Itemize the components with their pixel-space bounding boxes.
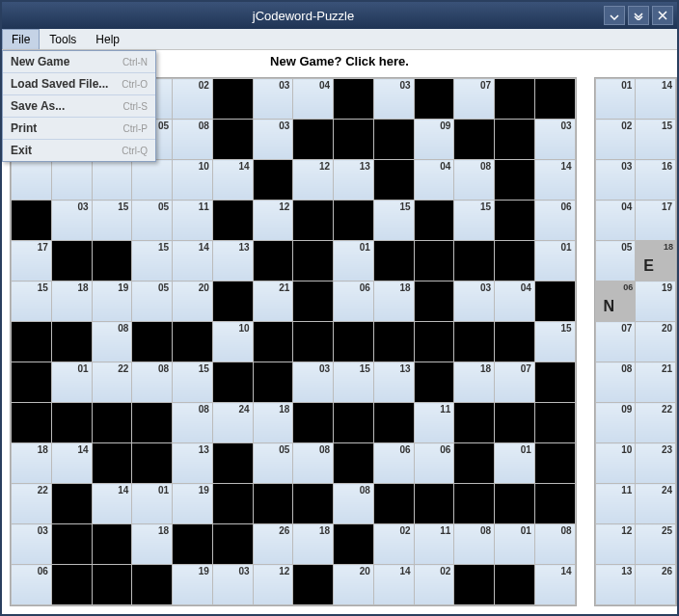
grid-cell[interactable]: 15 <box>373 201 414 241</box>
grid-cell[interactable]: 26 <box>253 524 293 565</box>
key-cell[interactable]: 25 <box>636 524 676 565</box>
grid-cell[interactable]: 12 <box>253 565 293 605</box>
grid-cell[interactable]: 12 <box>293 160 334 201</box>
key-cell[interactable]: 07 <box>595 322 636 362</box>
grid-cell[interactable]: 15 <box>334 362 374 403</box>
menu-file[interactable]: File <box>2 29 40 49</box>
grid-cell[interactable]: 03 <box>212 565 253 605</box>
grid-cell[interactable]: 18 <box>12 443 52 484</box>
grid-cell[interactable]: 04 <box>414 160 454 201</box>
grid-cell[interactable]: 11 <box>414 524 454 565</box>
key-cell[interactable]: 04 <box>595 201 636 241</box>
grid-cell[interactable]: 07 <box>495 362 535 403</box>
grid-cell[interactable] <box>132 160 173 201</box>
grid-cell[interactable]: 21 <box>253 281 293 322</box>
grid-cell[interactable]: 08 <box>534 524 575 565</box>
grid-cell[interactable]: 05 <box>132 201 173 241</box>
key-cell[interactable]: 22 <box>636 403 676 443</box>
grid-cell[interactable]: 02 <box>173 79 213 120</box>
grid-cell[interactable]: 08 <box>92 322 132 362</box>
key-cell[interactable]: 02 <box>595 120 636 160</box>
key-cell[interactable]: 12 <box>595 524 636 565</box>
file-menu-item[interactable]: New GameCtrl-N <box>3 51 155 73</box>
grid-cell[interactable]: 22 <box>12 484 52 524</box>
grid-cell[interactable]: 20 <box>334 565 374 605</box>
grid-cell[interactable]: 05 <box>132 281 173 322</box>
key-cell[interactable]: 05 <box>595 241 636 281</box>
grid-cell[interactable]: 11 <box>414 403 454 443</box>
key-cell[interactable]: 16 <box>636 160 676 201</box>
grid-cell[interactable]: 15 <box>12 281 52 322</box>
key-cell[interactable]: 08 <box>595 362 636 403</box>
grid-cell[interactable]: 08 <box>173 403 213 443</box>
grid-cell[interactable]: 20 <box>173 281 213 322</box>
key-cell[interactable]: 01 <box>595 79 636 120</box>
grid-cell[interactable]: 07 <box>454 79 495 120</box>
grid-cell[interactable]: 01 <box>495 443 535 484</box>
grid-cell[interactable]: 18 <box>293 524 334 565</box>
grid-cell[interactable]: 10 <box>173 160 213 201</box>
file-menu-item[interactable]: PrintCtrl-P <box>3 118 155 140</box>
key-cell[interactable]: 06N <box>595 281 636 322</box>
grid-cell[interactable]: 03 <box>373 79 414 120</box>
key-cell[interactable]: 24 <box>636 484 676 524</box>
grid-cell[interactable]: 19 <box>173 565 213 605</box>
grid-cell[interactable]: 15 <box>132 241 173 281</box>
grid-cell[interactable]: 03 <box>534 120 575 160</box>
grid-cell[interactable]: 13 <box>334 160 374 201</box>
grid-cell[interactable]: 06 <box>414 443 454 484</box>
grid-cell[interactable]: 04 <box>495 281 535 322</box>
grid-cell[interactable]: 04 <box>293 79 334 120</box>
grid-cell[interactable]: 01 <box>132 484 173 524</box>
grid-cell[interactable]: 03 <box>253 120 293 160</box>
grid-cell[interactable]: 03 <box>454 281 495 322</box>
key-cell[interactable]: 21 <box>636 362 676 403</box>
grid-cell[interactable]: 18 <box>253 403 293 443</box>
grid-cell[interactable]: 19 <box>92 281 132 322</box>
file-menu-item[interactable]: Load Saved File...Ctrl-O <box>3 73 155 95</box>
grid-cell[interactable]: 06 <box>334 281 374 322</box>
grid-cell[interactable]: 15 <box>534 322 575 362</box>
grid-cell[interactable]: 18 <box>454 362 495 403</box>
grid-cell[interactable]: 15 <box>454 201 495 241</box>
grid-cell[interactable]: 14 <box>534 160 575 201</box>
grid-cell[interactable]: 13 <box>173 443 213 484</box>
grid-cell[interactable]: 18 <box>132 524 173 565</box>
key-cell[interactable]: 26 <box>636 565 676 605</box>
grid-cell[interactable]: 02 <box>373 524 414 565</box>
grid-cell[interactable]: 14 <box>373 565 414 605</box>
grid-cell[interactable]: 15 <box>92 201 132 241</box>
menu-tools[interactable]: Tools <box>40 29 86 49</box>
grid-cell[interactable]: 14 <box>212 160 253 201</box>
key-cell[interactable]: 18E <box>636 241 676 281</box>
menu-help[interactable]: Help <box>86 29 129 49</box>
grid-cell[interactable]: 14 <box>51 443 92 484</box>
grid-cell[interactable]: 08 <box>334 484 374 524</box>
grid-cell[interactable]: 06 <box>12 565 52 605</box>
key-cell[interactable]: 14 <box>636 79 676 120</box>
grid-cell[interactable]: 08 <box>293 443 334 484</box>
grid-cell[interactable]: 09 <box>414 120 454 160</box>
key-cell[interactable]: 17 <box>636 201 676 241</box>
grid-cell[interactable]: 05 <box>253 443 293 484</box>
grid-cell[interactable]: 08 <box>173 120 213 160</box>
grid-cell[interactable]: 06 <box>373 443 414 484</box>
grid-cell[interactable]: 02 <box>414 565 454 605</box>
grid-cell[interactable]: 24 <box>212 403 253 443</box>
grid-cell[interactable]: 14 <box>92 484 132 524</box>
grid-cell[interactable] <box>92 160 132 201</box>
key-cell[interactable]: 10 <box>595 443 636 484</box>
grid-cell[interactable]: 13 <box>212 241 253 281</box>
grid-cell[interactable]: 10 <box>212 322 253 362</box>
grid-cell[interactable]: 12 <box>253 201 293 241</box>
grid-cell[interactable]: 18 <box>51 281 92 322</box>
grid-cell[interactable]: 03 <box>51 201 92 241</box>
grid-cell[interactable]: 22 <box>92 362 132 403</box>
key-cell[interactable]: 03 <box>595 160 636 201</box>
grid-cell[interactable]: 18 <box>373 281 414 322</box>
key-cell[interactable]: 19 <box>636 281 676 322</box>
grid-cell[interactable]: 01 <box>495 524 535 565</box>
grid-cell[interactable]: 01 <box>51 362 92 403</box>
grid-cell[interactable]: 01 <box>334 241 374 281</box>
grid-cell[interactable]: 08 <box>454 160 495 201</box>
